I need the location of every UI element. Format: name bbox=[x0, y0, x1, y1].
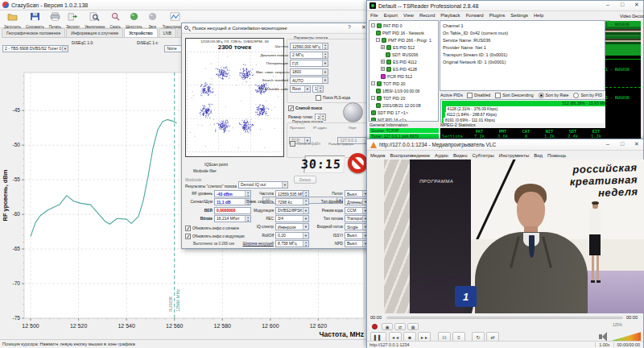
param-value[interactable]: Root bbox=[290, 85, 311, 93]
tree-node[interactable]: SDT PID 17 <1> bbox=[370, 109, 437, 116]
tree-node[interactable]: SDT: RUS036 bbox=[370, 51, 437, 58]
menu-file[interactable]: File bbox=[370, 13, 378, 18]
checkbox-icon[interactable] bbox=[467, 93, 473, 98]
toolbar-button-export[interactable]: Экспорт bbox=[64, 11, 81, 27]
vlc-menu-item[interactable]: Медиа bbox=[370, 153, 385, 158]
tree-node[interactable]: -PMT PID 266 - Progr. 1 bbox=[370, 36, 437, 44]
maximize-button[interactable]: □ bbox=[617, 2, 627, 8]
detect-button[interactable]: Detect bbox=[294, 176, 316, 184]
param-value[interactable]: AUTO bbox=[290, 77, 328, 84]
maximize-button[interactable]: □ bbox=[617, 141, 627, 147]
close-button[interactable]: ✕ bbox=[632, 2, 642, 8]
param-value[interactable]: 2 МГц bbox=[290, 52, 328, 59]
tab-1[interactable]: Географическое положение bbox=[2, 28, 65, 37]
result-value[interactable]: Transport bbox=[345, 215, 369, 222]
vlc-menu-item[interactable]: Помощь bbox=[547, 153, 566, 158]
param-value[interactable]: 1800 bbox=[290, 68, 328, 76]
menu-plugins[interactable]: Plugins bbox=[489, 13, 506, 18]
toolbar-button-sound[interactable]: Звук bbox=[146, 11, 159, 27]
menu-forward[interactable]: Forward bbox=[466, 13, 484, 18]
frame-button[interactable]: ▦ bbox=[407, 323, 419, 330]
expand-toggle-icon[interactable]: - bbox=[371, 96, 375, 100]
result-value[interactable]: Выкл. bbox=[345, 190, 369, 197]
vlc-menu-item[interactable]: Видео bbox=[453, 153, 468, 158]
close-button[interactable]: ✕ bbox=[632, 141, 642, 147]
time-indicator[interactable]: 00:00/00:00 bbox=[613, 342, 643, 347]
toolbar-button-zoom[interactable]: Увеличение bbox=[83, 11, 106, 27]
tree-node[interactable]: PMT PID 16 - Network bbox=[370, 29, 437, 36]
pid-option-sort-descending[interactable]: Sort Descending bbox=[495, 93, 533, 98]
expand-toggle-icon[interactable]: + bbox=[381, 60, 385, 64]
vlc-titlebar[interactable]: http://127.0.0.1:1234 - Медиапроигрывате… bbox=[367, 139, 643, 151]
playback-speed[interactable]: 1.00x bbox=[595, 342, 613, 347]
expand-toggle-icon[interactable]: + bbox=[381, 67, 385, 71]
tree-node[interactable]: -TDT PID 20 bbox=[370, 94, 437, 102]
result-value[interactable]: Выкл. bbox=[345, 232, 369, 239]
loop-ab-button[interactable]: ⇄ bbox=[394, 323, 406, 330]
menu-playback[interactable]: Playback bbox=[440, 13, 460, 18]
pid-rate-row[interactable]: 512 (86.36% - 15.93 Mbps) bbox=[442, 101, 613, 106]
menu-settings[interactable]: Settings bbox=[510, 13, 528, 18]
expand-toggle-icon[interactable]: - bbox=[371, 81, 375, 85]
update-signal-checkbox[interactable] bbox=[185, 226, 191, 231]
tree-node[interactable]: PCR PID 512 bbox=[370, 72, 437, 80]
minimize-button[interactable]: – bbox=[603, 2, 613, 8]
seek-bar[interactable] bbox=[386, 317, 623, 319]
tree-node[interactable]: +ES PID 512 bbox=[370, 44, 437, 51]
param-value[interactable]: Г/Л bbox=[290, 60, 328, 67]
toolbar-button-scan[interactable]: Сжать bbox=[108, 11, 122, 27]
radio-icon[interactable] bbox=[539, 93, 544, 98]
toolbar-button-blindscan[interactable]: Шерстить bbox=[124, 11, 144, 27]
expand-toggle-icon[interactable]: - bbox=[371, 23, 375, 27]
result-value[interactable]: Выкл. bbox=[345, 240, 369, 247]
vlc-menu-item[interactable]: Аудио bbox=[435, 153, 448, 158]
blind-search-checkbox[interactable] bbox=[288, 106, 294, 111]
vlc-menu-item[interactable]: Вид bbox=[534, 153, 543, 158]
checkbox-icon[interactable] bbox=[495, 93, 501, 98]
tree-node[interactable]: -PAT PID 0 bbox=[370, 22, 437, 29]
video-frame[interactable]: ПРОГРАММА российская креативная неделя bbox=[368, 160, 644, 313]
snapshot-button[interactable]: ▣ bbox=[382, 323, 393, 330]
vlc-menu-item[interactable]: Воспроизведение bbox=[390, 153, 430, 158]
stream-to-file-checkbox[interactable] bbox=[290, 141, 295, 147]
iqscan-select[interactable]: Demod IQ out bbox=[238, 181, 288, 188]
record-button[interactable] bbox=[372, 324, 378, 329]
pid-tree[interactable]: -PAT PID 0PMT PID 16 - Network-PMT PID 2… bbox=[369, 20, 439, 122]
tree-node[interactable]: +ES PID 4128 bbox=[370, 65, 437, 72]
update-mod-checkbox[interactable] bbox=[185, 234, 191, 239]
tab-2[interactable]: Информация о спутнике bbox=[66, 28, 123, 37]
menu-record[interactable]: Record bbox=[419, 13, 435, 18]
toolbar-button-save[interactable]: Сохранить bbox=[24, 11, 46, 27]
param-value2[interactable]: 1 bbox=[312, 85, 324, 93]
tree-node[interactable]: +ES PID 4112 bbox=[370, 58, 437, 65]
pid-option-disabled[interactable]: Disabled bbox=[467, 93, 490, 98]
toolbar-button-print[interactable]: Печать bbox=[47, 11, 63, 27]
tree-node[interactable]: -TOT PID 20 bbox=[370, 80, 437, 87]
help-button[interactable]: ? bbox=[345, 24, 354, 31]
result-value[interactable]: Single bbox=[345, 223, 369, 230]
tree-node[interactable]: NIT PID 16 <1> bbox=[370, 116, 437, 122]
tree-node[interactable]: 1859/-1/19 00:00:06 bbox=[370, 87, 437, 94]
pid-rate-row[interactable]: 4128 (2.31% - 376.09 Kbps) bbox=[442, 106, 613, 112]
pid-rate-row[interactable]: 4112 (1.84% - 288.67 Kbps) bbox=[442, 112, 613, 118]
tab-4[interactable]: LNB bbox=[159, 28, 176, 37]
vlc-menu-item[interactable]: Инструменты bbox=[499, 153, 529, 158]
tsreader-titlebar[interactable]: Default -- TSReader Professional 2.8.48 … bbox=[367, 1, 643, 11]
param-value[interactable]: 12560,000 МГц bbox=[290, 43, 328, 50]
radio-icon[interactable] bbox=[573, 93, 579, 98]
globe-scan-button[interactable] bbox=[343, 102, 363, 122]
result-value[interactable]: CCM bbox=[345, 207, 369, 214]
pid-option-sort-by-pid[interactable]: Sort by PID bbox=[573, 93, 602, 98]
minimize-button[interactable]: – bbox=[603, 141, 613, 147]
menu-help[interactable]: Help bbox=[534, 13, 543, 18]
vlc-menu-item[interactable]: Субтитры bbox=[472, 153, 493, 158]
expand-toggle-icon[interactable]: - bbox=[376, 38, 380, 42]
pls-code-checkbox[interactable] bbox=[316, 95, 321, 101]
result-value[interactable]: Длинный bbox=[345, 198, 369, 205]
dialog-titlebar[interactable]: Поиск несущей и Constellation-мониторинг… bbox=[182, 23, 370, 34]
toolbar-button-open-folder[interactable]: Загрузить bbox=[2, 11, 23, 27]
pid-option-sort-by-rate[interactable]: Sort by Rate bbox=[539, 93, 569, 98]
expand-toggle-icon[interactable]: + bbox=[381, 45, 385, 49]
tab-3[interactable]: Устройство bbox=[124, 28, 158, 37]
menu-view[interactable]: View bbox=[403, 13, 414, 18]
